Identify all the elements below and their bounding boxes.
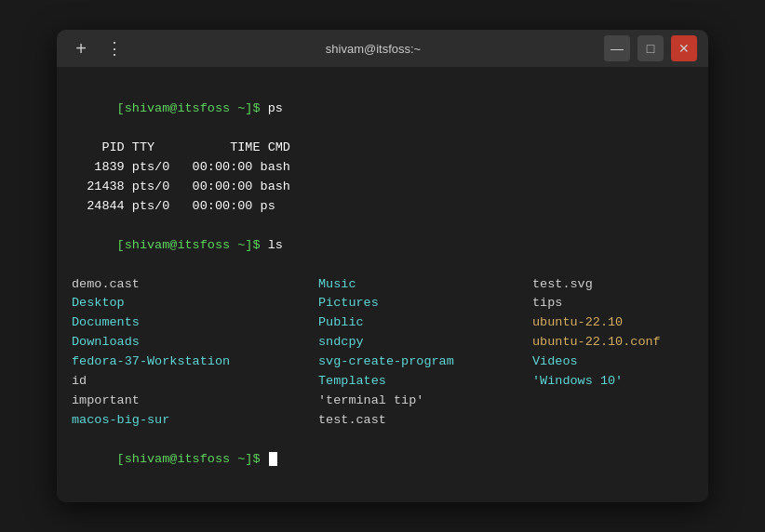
cursor	[269, 452, 277, 466]
prompt: [shivam@itsfoss ~]$	[117, 238, 268, 252]
title-bar-left: + ⋮	[68, 35, 142, 61]
terminal-line: PID TTY TIME CMD	[72, 139, 693, 158]
prompt: [shivam@itsfoss ~]$	[117, 101, 268, 115]
ls-item	[532, 411, 693, 431]
close-button[interactable]: ✕	[671, 35, 697, 61]
ls-item: Videos	[532, 352, 693, 372]
ls-item: sndcpy	[318, 333, 532, 352]
ls-item: Documents	[72, 313, 318, 333]
ls-item: tips	[532, 294, 693, 313]
new-tab-button[interactable]: +	[68, 35, 94, 61]
window-controls: — □ ✕	[604, 35, 697, 61]
ls-item: Desktop	[72, 294, 318, 313]
command: ls	[268, 238, 283, 252]
ls-item: fedora-37-Workstation	[72, 352, 318, 372]
ls-item: Templates	[318, 372, 532, 392]
command: ps	[268, 101, 283, 115]
terminal-line: 24844 pts/0 00:00:00 ps	[72, 197, 693, 217]
ls-item: svg-create-program	[318, 352, 532, 372]
title-bar: + ⋮ shivam@itsfoss:~ — □ ✕	[57, 30, 708, 67]
ls-item: ubuntu-22.10	[532, 313, 693, 333]
terminal-line: [shivam@itsfoss ~]$ ps	[72, 80, 693, 139]
terminal-line: 1839 pts/0 00:00:00 bash	[72, 158, 693, 178]
ls-item: test.cast	[318, 411, 532, 431]
prompt: [shivam@itsfoss ~]$	[117, 452, 268, 466]
ls-item: ubuntu-22.10.conf	[532, 333, 693, 352]
ls-output: demo.castMusictest.svgDesktopPicturestip…	[72, 275, 693, 431]
ls-item	[532, 392, 693, 411]
ls-item: 'terminal tip'	[318, 392, 532, 411]
ls-item: test.svg	[532, 275, 693, 295]
ls-item: Public	[318, 313, 532, 333]
terminal-line: 21438 pts/0 00:00:00 bash	[72, 178, 693, 197]
ls-item: demo.cast	[72, 275, 318, 295]
minimize-button[interactable]: —	[604, 35, 630, 61]
terminal-line: [shivam@itsfoss ~]$ ls	[72, 217, 693, 275]
window-title: shivam@itsfoss:~	[326, 42, 421, 56]
ls-item: macos-big-sur	[72, 411, 318, 431]
ls-item: 'Windows 10'	[532, 372, 693, 392]
ls-item: id	[72, 372, 318, 392]
menu-button[interactable]: ⋮	[101, 35, 128, 61]
ls-item: Downloads	[72, 333, 318, 352]
ls-item: Music	[318, 275, 532, 295]
ls-item: important	[72, 392, 318, 411]
terminal-line: [shivam@itsfoss ~]$	[72, 431, 693, 489]
terminal-body[interactable]: [shivam@itsfoss ~]$ ps PID TTY TIME CMD …	[57, 67, 708, 501]
maximize-button[interactable]: □	[638, 35, 664, 61]
terminal-window: + ⋮ shivam@itsfoss:~ — □ ✕ [shivam@itsfo…	[57, 30, 708, 501]
ls-item: Pictures	[318, 294, 532, 313]
